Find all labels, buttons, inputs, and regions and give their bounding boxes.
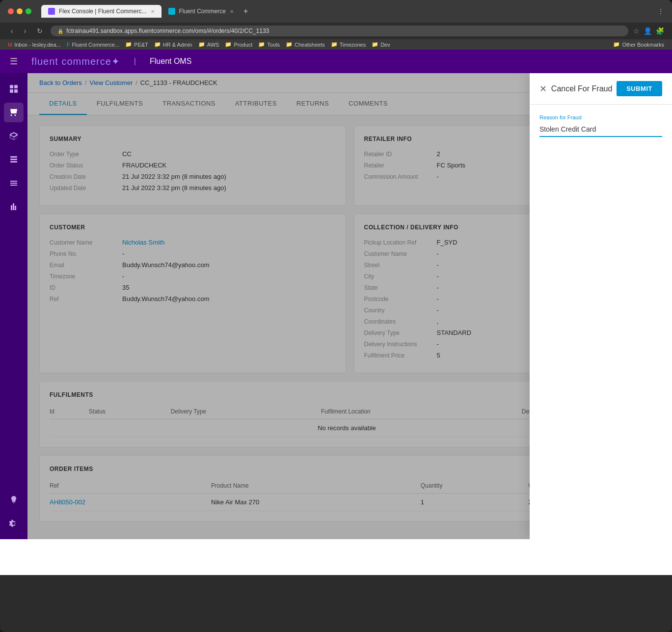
forward-nav-button[interactable]: ›	[21, 26, 29, 36]
minimize-button[interactable]	[17, 8, 23, 14]
bookmark-inbox[interactable]: M Inbox - lesley.dea...	[8, 42, 61, 48]
sidebar-toggle-icon[interactable]: ☰	[10, 56, 18, 67]
back-nav-button[interactable]: ‹	[8, 26, 16, 36]
tab-active[interactable]: Flex Console | Fluent Commerc... ✕	[41, 5, 161, 18]
sidebar-item-settings[interactable]	[4, 514, 24, 533]
new-tab-button[interactable]: +	[243, 7, 248, 16]
main-layout: Back to Orders / View Customer / CC_1133…	[0, 73, 672, 539]
bookmark-dev[interactable]: 📁 Dev	[372, 41, 390, 48]
app-nav: ☰ fluent commerce✦ | Fluent OMS	[0, 50, 672, 73]
bookmark-timezones[interactable]: 📁 Timezones	[331, 41, 366, 48]
bookmark-tools[interactable]: 📁 Tools	[258, 41, 280, 48]
bookmark-aws[interactable]: 📁 AWS	[198, 41, 219, 48]
svg-rect-6	[10, 161, 17, 163]
bookmark-cheatsheets[interactable]: 📁 Cheatsheets	[286, 41, 325, 48]
sidebar-item-catalog[interactable]	[4, 150, 24, 169]
tab-favicon-2	[168, 8, 175, 15]
svg-rect-1	[14, 85, 18, 88]
reason-label: Reason for Fraud	[539, 114, 662, 120]
sidebar-item-reports[interactable]	[4, 197, 24, 217]
reason-form-field: Reason for Fraud	[539, 114, 662, 137]
sidebar-item-dashboard[interactable]	[4, 79, 24, 99]
nav-divider: |	[134, 57, 136, 66]
profile-icon[interactable]: 👤	[644, 27, 652, 35]
bookmark-fluent[interactable]: F Fluent Commerce...	[67, 42, 119, 48]
app-logo: fluent commerce✦	[31, 55, 120, 67]
svg-rect-5	[10, 159, 17, 160]
tab-inactive[interactable]: Fluent Commerce ✕	[161, 5, 241, 18]
traffic-lights	[8, 8, 31, 14]
address-actions: ☆ 👤 🧩	[633, 27, 664, 35]
close-button[interactable]	[8, 8, 14, 14]
maximize-button[interactable]	[26, 8, 31, 14]
panel-close-button[interactable]: ✕	[539, 83, 547, 94]
tab-close-icon-2[interactable]: ✕	[230, 9, 234, 14]
tab-label: Flex Console | Fluent Commerc...	[59, 8, 147, 15]
lock-icon: 🔒	[57, 28, 63, 34]
bookmark-product[interactable]: 📁 Product	[225, 41, 252, 48]
svg-rect-4	[10, 156, 17, 158]
url-text: fctrainau491.sandbox.apps.fluentcommerce…	[66, 27, 269, 34]
panel-header: ✕ Cancel For Fraud SUBMIT	[530, 73, 672, 105]
window-settings-icon[interactable]: ⋮	[657, 7, 664, 15]
logo-text: fluent commerce✦	[31, 55, 120, 67]
url-bar[interactable]: 🔒 fctrainau491.sandbox.apps.fluentcommer…	[51, 26, 628, 36]
content-area: Back to Orders / View Customer / CC_1133…	[27, 73, 672, 539]
sidebar-item-insights[interactable]	[4, 490, 24, 510]
reload-button[interactable]: ↻	[34, 26, 46, 36]
tab-label-2: Fluent Commerce	[179, 8, 226, 15]
address-bar: ‹ › ↻ 🔒 fctrainau491.sandbox.apps.fluent…	[0, 23, 672, 39]
bookmarks-bar: M Inbox - lesley.dea... F Fluent Commerc…	[0, 39, 672, 50]
browser-titlebar: Flex Console | Fluent Commerc... ✕ Fluen…	[0, 0, 672, 23]
app-title: Fluent OMS	[150, 57, 191, 66]
browser-tabs: Flex Console | Fluent Commerc... ✕ Fluen…	[41, 5, 653, 18]
bookmark-peat[interactable]: 📁 PE&T	[125, 41, 148, 48]
tab-favicon	[48, 8, 55, 15]
sidebar-item-inventory[interactable]	[4, 126, 24, 146]
reason-input[interactable]	[539, 122, 662, 137]
svg-rect-3	[14, 89, 18, 93]
cancel-fraud-panel: ✕ Cancel For Fraud SUBMIT Reason for Fra…	[530, 73, 672, 539]
svg-rect-0	[10, 85, 13, 88]
extensions-icon[interactable]: 🧩	[656, 27, 664, 35]
sidebar-item-list[interactable]	[4, 173, 24, 193]
bookmark-hradmin[interactable]: 📁 HR & Admin	[154, 41, 192, 48]
panel-title: Cancel For Fraud	[551, 84, 613, 93]
svg-rect-2	[10, 89, 13, 93]
panel-body: Reason for Fraud	[530, 105, 672, 539]
tab-close-icon[interactable]: ✕	[151, 9, 155, 14]
sidebar-item-orders[interactable]	[4, 103, 24, 122]
submit-button[interactable]: SUBMIT	[617, 81, 662, 96]
bookmark-star-icon[interactable]: ☆	[633, 27, 640, 35]
sidebar	[0, 73, 27, 539]
bookmark-other[interactable]: 📁 Other Bookmarks	[613, 41, 664, 48]
